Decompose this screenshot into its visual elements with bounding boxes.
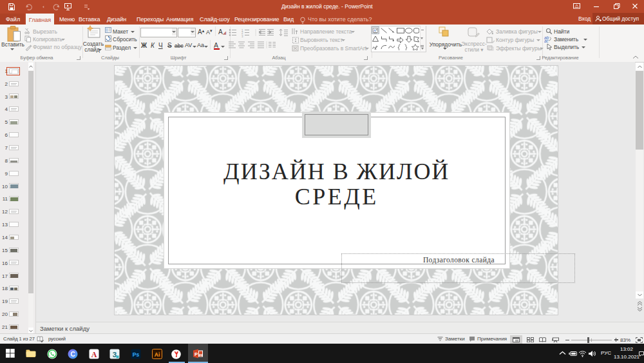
svg-text:Ps: Ps xyxy=(133,351,140,357)
svg-text:A: A xyxy=(91,349,97,358)
svg-text:P: P xyxy=(194,351,198,357)
svg-text:C: C xyxy=(70,350,75,357)
svg-text:Ai: Ai xyxy=(154,351,160,357)
svg-text:A: A xyxy=(374,28,376,32)
svg-text:3: 3 xyxy=(113,350,117,358)
svg-text:3: 3 xyxy=(242,35,243,38)
svg-text:ac: ac xyxy=(544,39,549,43)
